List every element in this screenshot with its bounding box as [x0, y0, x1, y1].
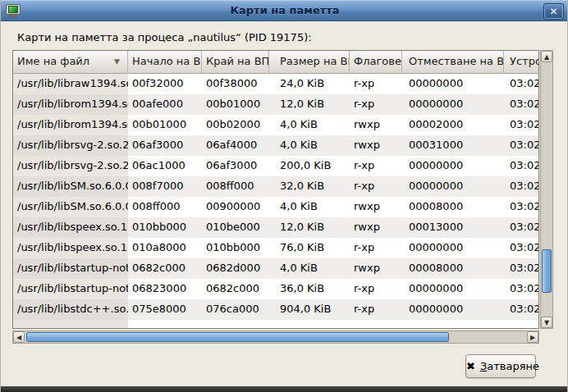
- cell-end: 06af4000: [202, 135, 269, 156]
- cell-end: 00b02000: [202, 115, 269, 135]
- cell-flags: rwxp: [350, 135, 402, 156]
- column-header-vm-offset[interactable]: Отместване на ВП: [402, 51, 504, 74]
- sort-descending-icon: ▼: [114, 58, 120, 66]
- table-row[interactable]: /usr/lib/libSM.so.6.0.0008ff000009000004…: [13, 197, 539, 217]
- close-icon: ✕: [549, 6, 557, 17]
- cell-start: 0682c000: [128, 258, 202, 279]
- cell-file: /usr/lib/libSM.so.6.0.0: [13, 197, 128, 217]
- column-header-filename[interactable]: Име на файл ▼: [13, 51, 128, 74]
- cell-device: 03:02: [504, 299, 539, 320]
- vertical-scrollbar-thumb[interactable]: [542, 249, 552, 293]
- table-row[interactable]: /usr/lib/libSM.so.6.0.0008f7000008ff0003…: [13, 176, 539, 197]
- cell-end: 076ca000: [202, 299, 269, 320]
- table-filler: [13, 320, 539, 329]
- table-header: Име на файл ▼ Начало на ВП Край на ВП Ра…: [13, 51, 539, 74]
- titlebar[interactable]: Карти на паметта ✕: [1, 0, 568, 21]
- scroll-left-button[interactable]: ◀: [13, 331, 25, 343]
- cell-start: 075e8000: [128, 299, 202, 320]
- cell-size: 4,0 KiB: [269, 258, 350, 279]
- table-row[interactable]: /usr/lib/libstartup-notification06823000…: [13, 279, 539, 299]
- close-dialog-button[interactable]: ✖Затваряне: [465, 354, 536, 378]
- cell-end: 0682d000: [202, 258, 269, 279]
- process-description-label: Карти на паметта за процеса „nautilus“ (…: [17, 31, 312, 43]
- cell-start: 00b01000: [128, 115, 202, 135]
- cell-end: 00900000: [202, 197, 269, 217]
- cell-start: 06af3000: [128, 135, 202, 156]
- cell-start: 00afe000: [128, 94, 202, 115]
- cell-device: 03:02: [504, 176, 539, 197]
- cell-file: /usr/lib/libraw1394.so: [13, 74, 128, 94]
- cell-offset: 00000000: [402, 299, 504, 320]
- window-title: Карти на паметта: [1, 4, 568, 16]
- close-x-icon: ✖: [466, 360, 475, 372]
- cell-offset: 00002000: [402, 115, 504, 135]
- cell-device: 03:02: [504, 115, 539, 135]
- cell-offset: 00000000: [402, 176, 504, 197]
- cell-offset: 00008000: [402, 258, 504, 279]
- arrow-up-icon: ▲: [544, 53, 549, 61]
- cell-file: /usr/lib/libspeex.so.1: [13, 238, 128, 258]
- cell-offset: 00013000: [402, 217, 504, 238]
- column-header-vm-size[interactable]: Размер на ВП: [269, 51, 350, 74]
- cell-file: /usr/lib/libstartup-notification: [13, 279, 128, 299]
- table-row[interactable]: /usr/lib/librom1394.so00afe00000b0100012…: [13, 94, 539, 115]
- cell-flags: r-xp: [350, 299, 402, 320]
- column-header-device[interactable]: Устройство: [504, 51, 539, 74]
- cell-size: 4,0 KiB: [269, 115, 350, 135]
- cell-file: /usr/lib/libspeex.so.1: [13, 217, 128, 238]
- cell-start: 00f32000: [128, 74, 202, 94]
- cell-end: 00f38000: [202, 74, 269, 94]
- table-row[interactable]: /usr/lib/librsvg-2.so.206ac100006af30002…: [13, 156, 539, 176]
- cell-file: /usr/lib/librsvg-2.so.2: [13, 156, 128, 176]
- column-header-flags[interactable]: Флагове: [350, 51, 402, 74]
- cell-offset: 00000000: [402, 238, 504, 258]
- table-row[interactable]: /usr/lib/librsvg-2.so.206af300006af40004…: [13, 135, 539, 156]
- arrow-left-icon: ◀: [16, 334, 21, 341]
- cell-size: 12,0 KiB: [269, 94, 350, 115]
- memory-maps-table: Име на файл ▼ Начало на ВП Край на ВП Ра…: [12, 50, 539, 329]
- window-close-button[interactable]: ✕: [543, 3, 564, 20]
- cell-flags: r-xp: [350, 74, 402, 94]
- arrow-down-icon: ▼: [544, 319, 549, 326]
- column-header-vm-start[interactable]: Начало на ВП: [128, 51, 202, 74]
- cell-offset: 00000000: [402, 74, 504, 94]
- cell-device: 03:02: [504, 238, 539, 258]
- cell-start: 010a8000: [128, 238, 202, 258]
- cell-size: 4,0 KiB: [269, 135, 350, 156]
- cell-size: 4,0 KiB: [269, 197, 350, 217]
- table-row[interactable]: /usr/lib/libspeex.so.1010a8000010bb00076…: [13, 238, 539, 258]
- table-row[interactable]: /usr/lib/librom1394.so00b0100000b020004,…: [13, 115, 539, 135]
- cell-flags: r-xp: [350, 279, 402, 299]
- cell-size: 12,0 KiB: [269, 217, 350, 238]
- cell-device: 03:02: [504, 279, 539, 299]
- table-row[interactable]: /usr/lib/libspeex.so.1010bb000010be00012…: [13, 217, 539, 238]
- scroll-down-button[interactable]: ▼: [541, 317, 552, 328]
- cell-file: /usr/lib/librom1394.so: [13, 115, 128, 135]
- scroll-right-button[interactable]: ▶: [527, 331, 538, 343]
- horizontal-scrollbar-thumb[interactable]: [26, 332, 449, 342]
- cell-file: /usr/lib/librsvg-2.so.2: [13, 135, 128, 156]
- cell-end: 008ff000: [202, 176, 269, 197]
- cell-start: 06ac1000: [128, 156, 202, 176]
- cell-device: 03:02: [504, 94, 539, 115]
- scroll-up-button[interactable]: ▲: [541, 51, 552, 62]
- cell-start: 010bb000: [128, 217, 202, 238]
- cell-flags: r-xp: [350, 94, 402, 115]
- cell-file: /usr/lib/libstdc++.so.6: [13, 299, 128, 320]
- table-row[interactable]: /usr/lib/libraw1394.so00f3200000f3800024…: [13, 74, 539, 94]
- cell-file: /usr/lib/libstartup-notification: [13, 258, 128, 279]
- column-header-vm-end[interactable]: Край на ВП: [202, 51, 269, 74]
- cell-device: 03:02: [504, 217, 539, 238]
- cell-device: 03:02: [504, 156, 539, 176]
- cell-flags: rwxp: [350, 217, 402, 238]
- cell-flags: r-xp: [350, 176, 402, 197]
- cell-flags: r-xp: [350, 156, 402, 176]
- table-row[interactable]: /usr/lib/libstdc++.so.6075e8000076ca0009…: [13, 299, 539, 320]
- horizontal-scrollbar[interactable]: ◀ ▶: [12, 330, 539, 344]
- cell-size: 36,0 KiB: [269, 279, 350, 299]
- cell-offset: 00000000: [402, 279, 504, 299]
- arrow-right-icon: ▶: [530, 334, 535, 341]
- table-row[interactable]: /usr/lib/libstartup-notification0682c000…: [13, 258, 539, 279]
- cell-offset: 00000000: [402, 156, 504, 176]
- vertical-scrollbar[interactable]: ▲ ▼: [540, 50, 553, 329]
